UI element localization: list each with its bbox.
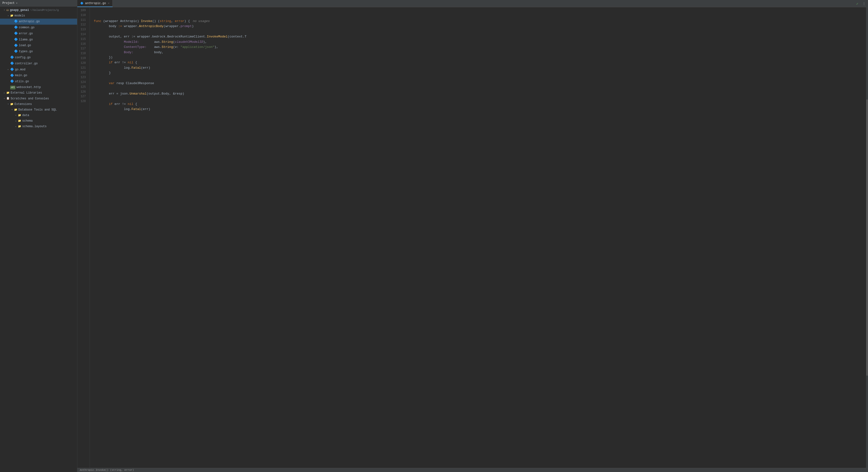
scrollbar-thumb xyxy=(866,99,868,376)
tree-label-error-go: error.go xyxy=(19,31,33,36)
tree-item-models[interactable]: 📁 models xyxy=(0,13,77,19)
tree-item-schema-layouts[interactable]: 📁 schema.layouts xyxy=(0,124,77,129)
tree-item-main-go[interactable]: 🔷 main.go xyxy=(0,73,77,79)
go-icon-llama: 🔷 xyxy=(14,37,18,42)
arrow-go-mod xyxy=(7,68,10,71)
code-line-123: var resp Claude3Response xyxy=(94,81,866,86)
ln-125: 125 xyxy=(77,85,88,90)
tree-label-websocket: websocket.http xyxy=(17,85,41,90)
ln-124: 124 xyxy=(77,80,88,85)
arrow-ext-libs xyxy=(3,91,6,95)
ln-111: 111 xyxy=(77,18,88,23)
editor-area: 🔷 anthropic.go × ✓ ⋮ 109 110 111 112 113… xyxy=(77,0,868,472)
sidebar: Project ▾ 🗂 goapp_genai ~/GolandProjects… xyxy=(0,0,77,472)
tree-item-goapp[interactable]: 🗂 goapp_genai ~/GolandProjects/g xyxy=(0,7,77,13)
tree-item-controller-go[interactable]: 🔷 controller.go xyxy=(0,61,77,67)
code-line-109 xyxy=(94,8,866,13)
ln-114: 114 xyxy=(77,32,88,37)
ln-118: 118 xyxy=(77,51,88,56)
tab-bar-menu[interactable]: ⋮ xyxy=(860,0,868,7)
scratches-icon: 📋 xyxy=(6,96,10,101)
tree-item-websocket[interactable]: API websocket.http xyxy=(0,85,77,90)
status-bar: Anthropic.Invoke() (string, error) xyxy=(77,468,868,472)
ln-113: 113 xyxy=(77,27,88,32)
tree-item-config-go[interactable]: 🔷 config.go xyxy=(0,55,77,61)
code-line-110 xyxy=(94,13,866,19)
checkmark-icon: ✓ xyxy=(857,1,858,5)
go-icon-controller: 🔷 xyxy=(10,61,14,66)
arrow-db-tools xyxy=(11,108,13,112)
app-container: Project ▾ 🗂 goapp_genai ~/GolandProjects… xyxy=(0,0,868,472)
tree-label-load-go: load.go xyxy=(19,43,31,48)
tree-item-scratches[interactable]: 📋 Scratches and Consoles xyxy=(0,96,77,101)
tree-item-error-go[interactable]: 🔷 error.go xyxy=(0,31,77,37)
ln-115: 115 xyxy=(77,37,88,42)
go-icon-error: 🔷 xyxy=(14,31,18,36)
arrow-data xyxy=(14,114,18,117)
status-text: Anthropic.Invoke() (string, error) xyxy=(80,469,134,472)
code-content[interactable]: func (wrapper Anthropic) Invoke() (strin… xyxy=(90,7,866,468)
go-icon-main: 🔷 xyxy=(10,73,14,78)
ln-123: 123 xyxy=(77,75,88,80)
tree-item-extensions[interactable]: 📁 Extensions xyxy=(0,101,77,107)
tree-label-data: data xyxy=(22,113,29,118)
code-editor[interactable]: 109 110 111 112 113 114 115 116 117 118 … xyxy=(77,7,868,468)
arrow-schema xyxy=(14,119,18,123)
code-line-112: body := wrapper.AnthropicBody(wrapper.pr… xyxy=(94,24,866,29)
tree-item-db-tools[interactable]: 📁 Database Tools and SQL xyxy=(0,107,77,113)
go-icon-anthropic: 🔷 xyxy=(14,19,18,24)
tree-item-anthropic-go[interactable]: 🔷 anthropic.go xyxy=(0,19,77,25)
sidebar-header[interactable]: Project ▾ xyxy=(0,0,77,6)
tree-label-extensions: Extensions xyxy=(14,102,32,107)
arrow-extensions xyxy=(7,102,10,106)
ln-126: 126 xyxy=(77,90,88,94)
tree-item-data[interactable]: 📁 data xyxy=(0,113,77,118)
tree-label-db-tools: Database Tools and SQL xyxy=(19,108,57,112)
code-line-126 xyxy=(94,96,866,101)
folder-icon-goapp: 🗂 xyxy=(6,8,9,12)
ln-128: 128 xyxy=(77,99,88,104)
tree-item-ext-libs[interactable]: 📁 External Libraries xyxy=(0,90,77,96)
code-line-127: if err != nil { xyxy=(94,101,866,107)
tab-anthropic-go[interactable]: 🔷 anthropic.go × xyxy=(77,0,113,7)
tree-item-utils-go[interactable]: 🔷 utils.go xyxy=(0,79,77,85)
go-icon-config: 🔷 xyxy=(10,55,14,60)
tree-item-common-go[interactable]: 🔷 common.go xyxy=(0,25,77,31)
api-icon-websocket: API xyxy=(10,86,16,89)
code-line-128: log.Fatal(err) xyxy=(94,107,866,112)
ln-110: 110 xyxy=(77,13,88,18)
folder-icon-models: 📁 xyxy=(10,14,13,18)
go-icon-types: 🔷 xyxy=(14,49,18,54)
arrow-schema-layouts xyxy=(14,125,18,128)
go-icon-load: 🔷 xyxy=(14,43,18,48)
go-icon-mod: 🔷 xyxy=(10,67,14,72)
code-line-114: output, err := wrapper.bedrock.BedrockRu… xyxy=(94,34,866,39)
tree-label-schema: schema xyxy=(22,119,33,123)
tree-item-schema[interactable]: 📁 schema xyxy=(0,118,77,124)
tab-go-icon: 🔷 xyxy=(80,2,84,5)
tree-label-types-go: types.go xyxy=(19,49,33,54)
go-icon-utils: 🔷 xyxy=(10,79,14,84)
code-line-118: }) xyxy=(94,55,866,60)
scrollbar[interactable] xyxy=(866,7,868,468)
ln-117: 117 xyxy=(77,47,88,51)
ln-116: 116 xyxy=(77,42,88,47)
code-line-116: ContentType: aws.String(v: "application/… xyxy=(94,45,866,50)
folder-icon-ext-libs: 📁 xyxy=(6,91,10,95)
tree-item-load-go[interactable]: 🔷 load.go xyxy=(0,43,77,49)
tree-label-common-go: common.go xyxy=(19,25,35,30)
tree-label-ext-libs: External Libraries xyxy=(11,91,42,95)
tree-label-models: models xyxy=(14,13,25,18)
tree-label-schema-layouts: schema.layouts xyxy=(22,124,46,129)
code-line-115: ModelId: aws.String(claudeV3ModelID), xyxy=(94,39,866,45)
tree-item-go-mod[interactable]: 🔷 go.mod xyxy=(0,67,77,73)
tab-close-button[interactable]: × xyxy=(108,2,110,5)
folder-icon-db-tools: 📁 xyxy=(14,108,18,112)
code-line-111: func (wrapper Anthropic) Invoke() (strin… xyxy=(94,19,866,24)
tree-item-llama-go[interactable]: 🔷 llama.go xyxy=(0,37,77,43)
tab-bar: 🔷 anthropic.go × ✓ ⋮ xyxy=(77,0,868,7)
tree-sublabel-goapp: ~/GolandProjects/g xyxy=(30,8,59,12)
ln-120: 120 xyxy=(77,61,88,66)
tree-label-controller-go: controller.go xyxy=(15,61,38,66)
tree-item-types-go[interactable]: 🔷 types.go xyxy=(0,49,77,55)
